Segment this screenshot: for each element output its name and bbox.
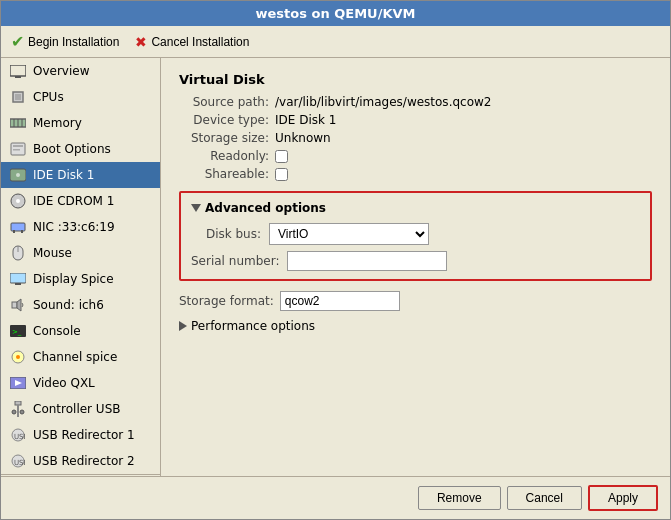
apply-label: Apply	[608, 491, 638, 505]
sidebar-item-console[interactable]: >_ Console	[1, 318, 160, 344]
sidebar-label-console: Console	[33, 324, 81, 338]
memory-icon	[9, 114, 27, 132]
disk-bus-select[interactable]: VirtIO IDE SATA USB SD	[269, 223, 429, 245]
sidebar-item-boot-options[interactable]: Boot Options	[1, 136, 160, 162]
usb-redirector-1-icon: USB	[9, 426, 27, 444]
sidebar-label-boot-options: Boot Options	[33, 142, 111, 156]
cancel-label: Cancel	[526, 491, 563, 505]
sidebar-item-ide-cdrom-1[interactable]: IDE CDROM 1	[1, 188, 160, 214]
svg-rect-31	[17, 405, 19, 417]
boot-icon	[9, 140, 27, 158]
storage-size-value: Unknown	[275, 131, 331, 145]
sidebar-item-overview[interactable]: Overview	[1, 58, 160, 84]
svg-rect-1	[15, 76, 21, 78]
sidebar-label-display-spice: Display Spice	[33, 272, 114, 286]
sidebar-item-channel-spice[interactable]: Channel spice	[1, 344, 160, 370]
sound-icon	[9, 296, 27, 314]
cancel-installation-button[interactable]: ✖ Cancel Installation	[135, 34, 249, 50]
svg-text:USB: USB	[14, 433, 25, 441]
svg-marker-23	[17, 299, 21, 311]
storage-format-label: Storage format:	[179, 294, 274, 308]
channel-icon	[9, 348, 27, 366]
sidebar-item-mouse[interactable]: Mouse	[1, 240, 160, 266]
svg-rect-16	[13, 230, 15, 233]
svg-rect-17	[21, 230, 23, 233]
svg-rect-15	[11, 223, 25, 231]
remove-label: Remove	[437, 491, 482, 505]
sidebar-label-sound-ich6: Sound: ich6	[33, 298, 104, 312]
storage-format-row: Storage format:	[179, 291, 652, 311]
content-area: Virtual Disk Source path: /var/lib/libvi…	[161, 58, 670, 476]
disk-icon	[9, 166, 27, 184]
svg-point-32	[12, 410, 16, 414]
cdrom-icon	[9, 192, 27, 210]
readonly-label: Readonly:	[179, 149, 269, 163]
svg-text:>_: >_	[12, 328, 22, 336]
device-type-value: IDE Disk 1	[275, 113, 336, 127]
sidebar-item-video-qxl[interactable]: Video QXL	[1, 370, 160, 396]
sidebar-item-ide-disk-1[interactable]: IDE Disk 1	[1, 162, 160, 188]
device-type-label: Device type:	[179, 113, 269, 127]
sidebar-item-usb-redirector-2[interactable]: USB USB Redirector 2	[1, 448, 160, 474]
cancel-button[interactable]: Cancel	[507, 486, 582, 510]
cpu-icon	[9, 88, 27, 106]
sidebar-item-display-spice[interactable]: Display Spice	[1, 266, 160, 292]
svg-rect-22	[12, 302, 17, 308]
sidebar-item-nic[interactable]: NIC :33:c6:19	[1, 214, 160, 240]
main-window: westos on QEMU/KVM ✔ Begin Installation …	[0, 0, 671, 520]
source-path-label: Source path:	[179, 95, 269, 109]
title-bar: westos on QEMU/KVM	[1, 1, 670, 26]
video-icon	[9, 374, 27, 392]
device-type-row: Device type: IDE Disk 1	[179, 113, 652, 127]
svg-point-14	[16, 199, 20, 203]
svg-point-27	[16, 355, 20, 359]
svg-rect-9	[13, 145, 23, 147]
begin-installation-button[interactable]: ✔ Begin Installation	[11, 32, 119, 51]
apply-button[interactable]: Apply	[588, 485, 658, 511]
source-path-row: Source path: /var/lib/libvirt/images/wes…	[179, 95, 652, 109]
advanced-options-header[interactable]: Advanced options	[191, 201, 640, 215]
collapse-icon	[191, 204, 201, 212]
shareable-row: Shareable:	[179, 167, 652, 181]
sidebar-item-usb-redirector-1[interactable]: USB USB Redirector 1	[1, 422, 160, 448]
disk-bus-row: Disk bus: VirtIO IDE SATA USB SD	[191, 223, 640, 245]
begin-label: Begin Installation	[28, 35, 119, 49]
svg-text:USB: USB	[14, 459, 25, 467]
storage-format-input[interactable]	[280, 291, 400, 311]
performance-label: Performance options	[191, 319, 315, 333]
sidebar-label-nic: NIC :33:c6:19	[33, 220, 115, 234]
shareable-checkbox[interactable]	[275, 168, 288, 181]
svg-point-33	[20, 410, 24, 414]
begin-icon: ✔	[11, 32, 24, 51]
sidebar-item-controller-usb[interactable]: Controller USB	[1, 396, 160, 422]
sidebar-label-usb-redirector-1: USB Redirector 1	[33, 428, 135, 442]
svg-rect-20	[10, 273, 26, 283]
sidebar-item-sound-ich6[interactable]: Sound: ich6	[1, 292, 160, 318]
window-title: westos on QEMU/KVM	[256, 6, 416, 21]
svg-point-12	[16, 173, 20, 177]
sidebar-label-controller-usb: Controller USB	[33, 402, 120, 416]
footer-bar: Remove Cancel Apply	[1, 476, 670, 519]
sidebar-label-video-qxl: Video QXL	[33, 376, 95, 390]
svg-rect-21	[15, 283, 21, 285]
performance-options-row[interactable]: Performance options	[179, 319, 652, 333]
svg-rect-0	[10, 65, 26, 76]
nic-icon	[9, 218, 27, 236]
readonly-checkbox[interactable]	[275, 150, 288, 163]
serial-number-input[interactable]	[287, 251, 447, 271]
storage-size-label: Storage size:	[179, 131, 269, 145]
sidebar-item-cpus[interactable]: CPUs	[1, 84, 160, 110]
sidebar-item-memory[interactable]: Memory	[1, 110, 160, 136]
sidebar-label-overview: Overview	[33, 64, 90, 78]
storage-size-row: Storage size: Unknown	[179, 131, 652, 145]
sidebar-label-mouse: Mouse	[33, 246, 72, 260]
sidebar-label-cpus: CPUs	[33, 90, 64, 104]
section-title: Virtual Disk	[179, 72, 652, 87]
svg-rect-30	[15, 401, 21, 405]
cancel-label: Cancel Installation	[151, 35, 249, 49]
main-content: Overview CPUs Memory Boot Options	[1, 58, 670, 476]
svg-rect-3	[15, 94, 21, 100]
sidebar-label-channel-spice: Channel spice	[33, 350, 117, 364]
shareable-label: Shareable:	[179, 167, 269, 181]
remove-button[interactable]: Remove	[418, 486, 501, 510]
